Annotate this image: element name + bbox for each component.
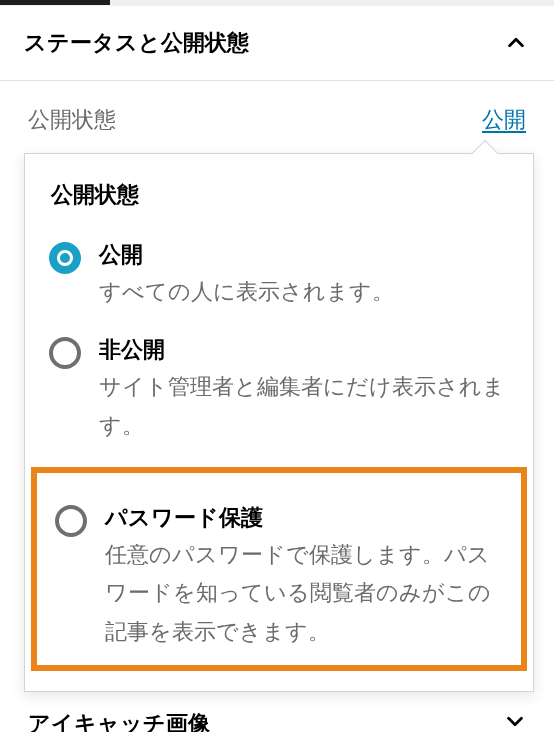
option-title: 非公開: [99, 335, 505, 366]
option-body: パスワード保護 任意のパスワードで保護します。パスワードを知っている閲覧者のみが…: [105, 503, 499, 651]
radio-selected-icon[interactable]: [49, 242, 81, 274]
visibility-popover-wrap: 公開状態 公開 すべての人に表示されます。 非公開 サイト管理者と編集者にだけ表…: [0, 153, 554, 710]
visibility-label: 公開状態: [28, 105, 116, 135]
option-desc: 任意のパスワードで保護します。パスワードを知っている閲覧者のみがこの記事を表示で…: [105, 536, 499, 652]
visibility-popover: 公開状態 公開 すべての人に表示されます。 非公開 サイト管理者と編集者にだけ表…: [24, 153, 534, 692]
option-private[interactable]: 非公開 サイト管理者と編集者にだけ表示されます。: [47, 327, 511, 461]
option-desc: サイト管理者と編集者にだけ表示されます。: [99, 368, 505, 445]
highlighted-option-password: パスワード保護 任意のパスワードで保護します。パスワードを知っている閲覧者のみが…: [31, 467, 527, 671]
panel-header-status-visibility[interactable]: ステータスと公開状態: [0, 6, 554, 81]
option-desc: すべての人に表示されます。: [99, 273, 505, 312]
panel-title: ステータスと公開状態: [24, 28, 249, 58]
visibility-row: 公開状態 公開: [0, 81, 554, 153]
radio-unselected-icon[interactable]: [49, 337, 81, 369]
chevron-down-icon[interactable]: [504, 710, 526, 732]
option-body: 公開 すべての人に表示されます。: [99, 240, 505, 311]
radio-unselected-icon[interactable]: [55, 505, 87, 537]
option-public[interactable]: 公開 すべての人に表示されます。: [47, 232, 511, 327]
chevron-up-icon[interactable]: [502, 29, 530, 57]
option-password[interactable]: パスワード保護 任意のパスワードで保護します。パスワードを知っている閲覧者のみが…: [53, 495, 505, 651]
visibility-value-link[interactable]: 公開: [482, 105, 526, 135]
popover-title: 公開状態: [47, 180, 511, 210]
panel-header-featured-image[interactable]: アイキャッチ画像: [0, 710, 554, 732]
option-body: 非公開 サイト管理者と編集者にだけ表示されます。: [99, 335, 505, 445]
option-title: 公開: [99, 240, 505, 271]
option-title: パスワード保護: [105, 503, 499, 534]
active-tab-indicator: [0, 0, 554, 6]
panel-title: アイキャッチ画像: [28, 710, 210, 732]
